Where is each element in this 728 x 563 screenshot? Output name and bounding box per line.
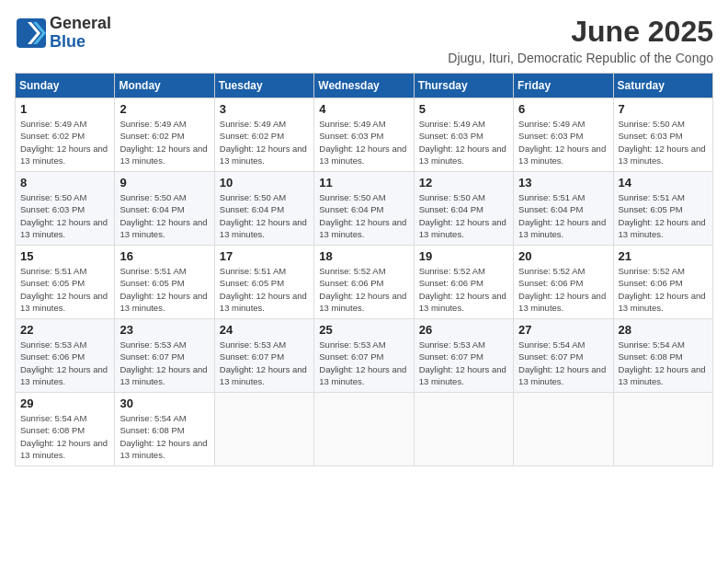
day-info: Sunrise: 5:50 AMSunset: 6:04 PMDaylight:… <box>419 191 508 240</box>
day-cell-29: 29 Sunrise: 5:54 AMSunset: 6:08 PMDaylig… <box>16 393 115 466</box>
day-cell-10: 10 Sunrise: 5:50 AMSunset: 6:04 PMDaylig… <box>214 172 313 246</box>
day-cell-17: 17 Sunrise: 5:51 AMSunset: 6:05 PMDaylig… <box>214 246 313 319</box>
day-cell-15: 15 Sunrise: 5:51 AMSunset: 6:05 PMDaylig… <box>16 246 115 319</box>
logo-icon <box>15 17 48 50</box>
logo-general: General <box>50 15 111 33</box>
header-monday: Monday <box>115 74 214 98</box>
day-cell-4: 4 Sunrise: 5:49 AMSunset: 6:03 PMDayligh… <box>314 98 414 172</box>
day-number: 5 <box>419 102 508 116</box>
day-info: Sunrise: 5:51 AMSunset: 6:05 PMDaylight:… <box>119 265 209 314</box>
day-number: 3 <box>220 102 309 116</box>
day-info: Sunrise: 5:49 AMSunset: 6:03 PMDaylight:… <box>518 118 608 167</box>
day-cell-23: 23 Sunrise: 5:53 AMSunset: 6:07 PMDaylig… <box>115 319 214 393</box>
day-info: Sunrise: 5:53 AMSunset: 6:06 PMDaylight:… <box>20 339 109 387</box>
day-info: Sunrise: 5:52 AMSunset: 6:06 PMDaylight:… <box>518 265 608 314</box>
header-thursday: Thursday <box>414 74 513 98</box>
day-number: 23 <box>119 323 209 337</box>
day-cell-18: 18 Sunrise: 5:52 AMSunset: 6:06 PMDaylig… <box>314 246 414 319</box>
day-number: 6 <box>518 102 608 116</box>
day-cell-14: 14 Sunrise: 5:51 AMSunset: 6:05 PMDaylig… <box>613 172 712 246</box>
week-row-4: 22 Sunrise: 5:53 AMSunset: 6:06 PMDaylig… <box>16 319 713 393</box>
header-tuesday: Tuesday <box>214 74 313 98</box>
day-number: 25 <box>319 323 408 337</box>
day-cell-16: 16 Sunrise: 5:51 AMSunset: 6:05 PMDaylig… <box>115 246 214 319</box>
week-row-2: 8 Sunrise: 5:50 AMSunset: 6:03 PMDayligh… <box>16 172 713 246</box>
day-info: Sunrise: 5:49 AMSunset: 6:02 PMDaylight:… <box>20 118 109 167</box>
day-number: 14 <box>619 176 708 190</box>
day-info: Sunrise: 5:49 AMSunset: 6:02 PMDaylight:… <box>220 118 309 167</box>
day-number: 11 <box>319 176 408 190</box>
day-cell-1: 1 Sunrise: 5:49 AMSunset: 6:02 PMDayligh… <box>16 98 115 172</box>
day-info: Sunrise: 5:51 AMSunset: 6:05 PMDaylight:… <box>619 191 708 240</box>
day-info: Sunrise: 5:53 AMSunset: 6:07 PMDaylight:… <box>220 339 309 387</box>
day-number: 4 <box>319 102 408 116</box>
header-sunday: Sunday <box>16 74 115 98</box>
week-row-3: 15 Sunrise: 5:51 AMSunset: 6:05 PMDaylig… <box>16 246 713 319</box>
day-cell-28: 28 Sunrise: 5:54 AMSunset: 6:08 PMDaylig… <box>613 319 712 393</box>
day-number: 7 <box>619 102 708 116</box>
day-cell-19: 19 Sunrise: 5:52 AMSunset: 6:06 PMDaylig… <box>414 246 513 319</box>
day-number: 18 <box>319 249 408 263</box>
calendar-table: SundayMondayTuesdayWednesdayThursdayFrid… <box>15 73 713 466</box>
day-cell-11: 11 Sunrise: 5:50 AMSunset: 6:04 PMDaylig… <box>314 172 414 246</box>
day-number: 30 <box>119 396 209 410</box>
day-cell-25: 25 Sunrise: 5:53 AMSunset: 6:07 PMDaylig… <box>314 319 414 393</box>
header-wednesday: Wednesday <box>314 74 414 98</box>
day-number: 9 <box>119 176 209 190</box>
day-cell-13: 13 Sunrise: 5:51 AMSunset: 6:04 PMDaylig… <box>514 172 613 246</box>
logo-blue: Blue <box>50 33 111 52</box>
day-cell-8: 8 Sunrise: 5:50 AMSunset: 6:03 PMDayligh… <box>16 172 115 246</box>
week-row-1: 1 Sunrise: 5:49 AMSunset: 6:02 PMDayligh… <box>16 98 713 172</box>
day-cell-30: 30 Sunrise: 5:54 AMSunset: 6:08 PMDaylig… <box>115 393 214 466</box>
day-info: Sunrise: 5:54 AMSunset: 6:08 PMDaylight:… <box>119 412 209 461</box>
day-number: 12 <box>419 176 508 190</box>
day-number: 26 <box>419 323 508 337</box>
day-number: 28 <box>619 323 708 337</box>
day-info: Sunrise: 5:53 AMSunset: 6:07 PMDaylight:… <box>319 339 408 387</box>
day-number: 20 <box>518 249 608 263</box>
day-info: Sunrise: 5:51 AMSunset: 6:04 PMDaylight:… <box>518 191 608 240</box>
month-title: June 2025 <box>448 15 713 49</box>
day-cell-26: 26 Sunrise: 5:53 AMSunset: 6:07 PMDaylig… <box>414 319 513 393</box>
day-info: Sunrise: 5:53 AMSunset: 6:07 PMDaylight:… <box>119 339 209 387</box>
header-friday: Friday <box>514 74 613 98</box>
day-number: 29 <box>20 396 109 410</box>
day-info: Sunrise: 5:54 AMSunset: 6:08 PMDaylight:… <box>20 412 109 461</box>
day-number: 1 <box>20 102 109 116</box>
day-number: 17 <box>220 249 309 263</box>
empty-cell <box>613 393 712 466</box>
empty-cell <box>414 393 513 466</box>
day-info: Sunrise: 5:52 AMSunset: 6:06 PMDaylight:… <box>419 265 508 314</box>
day-cell-22: 22 Sunrise: 5:53 AMSunset: 6:06 PMDaylig… <box>16 319 115 393</box>
day-cell-27: 27 Sunrise: 5:54 AMSunset: 6:07 PMDaylig… <box>514 319 613 393</box>
page-header: General Blue June 2025 Djugu, Ituri, Dem… <box>15 15 713 65</box>
day-info: Sunrise: 5:50 AMSunset: 6:04 PMDaylight:… <box>319 191 408 240</box>
day-info: Sunrise: 5:50 AMSunset: 6:04 PMDaylight:… <box>119 191 209 240</box>
day-info: Sunrise: 5:49 AMSunset: 6:03 PMDaylight:… <box>419 118 508 167</box>
day-info: Sunrise: 5:52 AMSunset: 6:06 PMDaylight:… <box>619 265 708 314</box>
location-subtitle: Djugu, Ituri, Democratic Republic of the… <box>448 51 713 65</box>
title-area: June 2025 Djugu, Ituri, Democratic Repub… <box>448 15 713 65</box>
header-saturday: Saturday <box>613 74 712 98</box>
day-number: 8 <box>20 176 109 190</box>
day-info: Sunrise: 5:49 AMSunset: 6:02 PMDaylight:… <box>119 118 209 167</box>
day-cell-20: 20 Sunrise: 5:52 AMSunset: 6:06 PMDaylig… <box>514 246 613 319</box>
empty-cell <box>514 393 613 466</box>
day-cell-21: 21 Sunrise: 5:52 AMSunset: 6:06 PMDaylig… <box>613 246 712 319</box>
empty-cell <box>214 393 313 466</box>
day-number: 10 <box>220 176 309 190</box>
day-info: Sunrise: 5:51 AMSunset: 6:05 PMDaylight:… <box>220 265 309 314</box>
day-cell-9: 9 Sunrise: 5:50 AMSunset: 6:04 PMDayligh… <box>115 172 214 246</box>
empty-cell <box>314 393 414 466</box>
logo: General Blue <box>15 15 111 52</box>
day-number: 19 <box>419 249 508 263</box>
day-number: 21 <box>619 249 708 263</box>
day-cell-2: 2 Sunrise: 5:49 AMSunset: 6:02 PMDayligh… <box>115 98 214 172</box>
week-row-5: 29 Sunrise: 5:54 AMSunset: 6:08 PMDaylig… <box>16 393 713 466</box>
day-cell-5: 5 Sunrise: 5:49 AMSunset: 6:03 PMDayligh… <box>414 98 513 172</box>
day-info: Sunrise: 5:49 AMSunset: 6:03 PMDaylight:… <box>319 118 408 167</box>
day-cell-3: 3 Sunrise: 5:49 AMSunset: 6:02 PMDayligh… <box>214 98 313 172</box>
day-info: Sunrise: 5:50 AMSunset: 6:03 PMDaylight:… <box>20 191 109 240</box>
day-info: Sunrise: 5:50 AMSunset: 6:04 PMDaylight:… <box>220 191 309 240</box>
day-info: Sunrise: 5:53 AMSunset: 6:07 PMDaylight:… <box>419 339 508 387</box>
